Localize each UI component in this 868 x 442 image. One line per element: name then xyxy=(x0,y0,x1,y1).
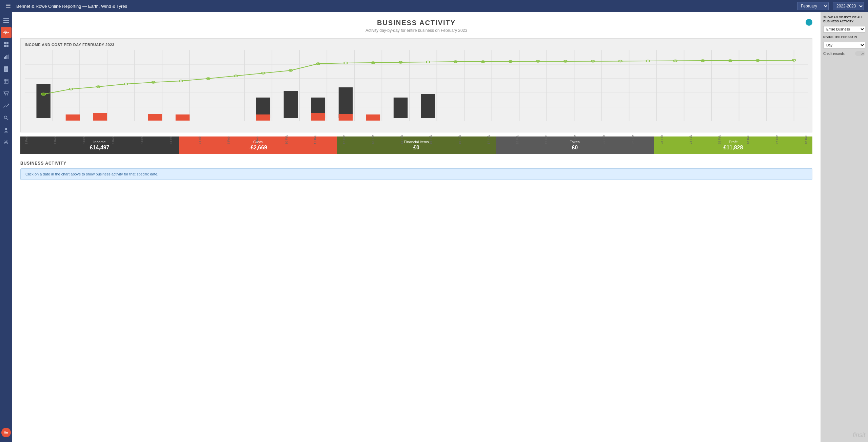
svg-rect-7 xyxy=(4,57,5,59)
sidebar-item-chart[interactable] xyxy=(1,51,12,62)
main-layout: fin i BUSINESS ACTIVITY Activity day-by-… xyxy=(0,12,868,442)
finsit-branding: finsit xyxy=(823,432,865,439)
svg-rect-15 xyxy=(4,79,8,83)
x-label-12feb: 12 Feb xyxy=(342,131,346,144)
x-label-26feb: 26 Feb xyxy=(747,131,750,144)
x-label-18feb: 18 Feb xyxy=(516,131,519,144)
sidebar-item-trend[interactable] xyxy=(1,100,12,111)
page-title: BUSINESS ACTIVITY xyxy=(20,19,812,27)
x-label-23feb: 23 Feb xyxy=(660,131,664,144)
svg-rect-63 xyxy=(394,98,408,118)
chart-svg xyxy=(25,50,808,128)
svg-line-22 xyxy=(7,119,8,120)
sidebar-item-user[interactable] xyxy=(1,125,12,135)
profit-value: £11,828 xyxy=(723,145,743,151)
x-label-2feb: 2 Feb xyxy=(54,131,57,144)
x-label-11feb: 11 Feb xyxy=(314,131,317,144)
svg-rect-69 xyxy=(256,114,270,121)
svg-rect-3 xyxy=(4,42,6,44)
main-content: i BUSINESS ACTIVITY Activity day-by-day … xyxy=(12,12,821,442)
x-label-7feb: 7 Feb xyxy=(198,131,201,144)
chart-container[interactable]: 1 Feb 2 Feb 3 Feb 4 Feb 5 Feb 6 Feb 7 Fe… xyxy=(25,50,808,128)
x-label-6feb: 6 Feb xyxy=(169,131,173,144)
x-label-4feb: 4 Feb xyxy=(112,131,115,144)
period-label: DIVIDE THE PERIOD IN xyxy=(823,35,865,39)
x-label-13feb: 13 Feb xyxy=(371,131,375,144)
x-label-27feb: 27 Feb xyxy=(775,131,779,144)
sidebar-item-cart[interactable] xyxy=(1,88,12,99)
svg-point-73 xyxy=(41,93,46,96)
svg-rect-5 xyxy=(4,45,6,47)
credit-records-row: Credit records Off xyxy=(823,51,865,56)
svg-rect-60 xyxy=(284,91,298,118)
business-activity-title: BUSINESS ACTIVITY xyxy=(20,161,812,166)
sidebar-item-search[interactable] xyxy=(1,112,12,123)
x-label-10feb: 10 Feb xyxy=(285,131,288,144)
x-label-16feb: 16 Feb xyxy=(458,131,461,144)
x-label-1feb: 1 Feb xyxy=(25,131,28,144)
svg-rect-68 xyxy=(176,114,190,121)
period-select[interactable]: Day Week Month xyxy=(823,42,865,48)
sidebar-item-menu[interactable] xyxy=(1,15,12,26)
svg-rect-14 xyxy=(5,70,6,70)
svg-rect-13 xyxy=(5,69,7,69)
svg-rect-8 xyxy=(5,56,6,59)
taxes-value: £0 xyxy=(572,145,578,151)
sidebar-item-table[interactable] xyxy=(1,76,12,87)
sidebar-item-report[interactable] xyxy=(1,64,12,75)
hamburger-button[interactable]: ☰ xyxy=(4,2,12,10)
sidebar-item-pulse[interactable] xyxy=(1,27,12,38)
svg-rect-1 xyxy=(3,20,9,21)
svg-rect-0 xyxy=(3,18,9,19)
sidebar-item-grid[interactable] xyxy=(1,39,12,50)
x-label-21feb: 21 Feb xyxy=(602,131,606,144)
svg-rect-9 xyxy=(6,55,7,59)
svg-rect-70 xyxy=(311,113,325,121)
svg-point-19 xyxy=(5,94,6,96)
svg-rect-67 xyxy=(148,114,162,121)
object-label: SHOW AN OBJECT OR ALL BUSINESS ACTIVITY xyxy=(823,16,865,23)
svg-point-24 xyxy=(5,142,7,143)
x-label-3feb: 3 Feb xyxy=(82,131,86,144)
svg-rect-64 xyxy=(421,94,435,118)
svg-rect-65 xyxy=(66,114,80,121)
svg-point-23 xyxy=(5,128,7,130)
svg-rect-72 xyxy=(366,114,380,121)
svg-point-21 xyxy=(4,116,7,119)
info-button[interactable]: i xyxy=(806,19,812,26)
ba-info-text: Click on a date in the chart above to sh… xyxy=(25,172,158,176)
x-label-24feb: 24 Feb xyxy=(689,131,692,144)
x-label-22feb: 22 Feb xyxy=(631,131,635,144)
svg-rect-10 xyxy=(8,55,8,59)
chart-title: INCOME AND COST PER DAY FEBRUARY 2023 xyxy=(25,43,808,47)
svg-rect-2 xyxy=(3,22,9,23)
x-label-8feb: 8 Feb xyxy=(227,131,230,144)
costs-value: -£2,669 xyxy=(249,145,267,151)
x-label-5feb: 5 Feb xyxy=(140,131,144,144)
x-label-28feb: 28 Feb xyxy=(805,131,808,144)
credit-records-toggle[interactable]: Off xyxy=(855,51,865,56)
svg-rect-66 xyxy=(93,113,107,121)
business-activity-info: Click on a date in the chart above to sh… xyxy=(20,168,812,180)
business-activity-section: BUSINESS ACTIVITY Click on a date in the… xyxy=(20,161,812,180)
svg-rect-71 xyxy=(339,114,353,121)
credit-records-label: Credit records xyxy=(823,52,845,56)
x-label-15feb: 15 Feb xyxy=(429,131,432,144)
object-select[interactable]: Entire Business xyxy=(823,26,865,33)
x-label-19feb: 19 Feb xyxy=(545,131,548,144)
financial-value: £0 xyxy=(413,145,419,151)
month-select[interactable]: January February March April May June Ju… xyxy=(797,2,829,10)
page-subtitle: Activity day-by-day for entire business … xyxy=(20,28,812,33)
toggle-off-label: Off xyxy=(861,52,864,55)
x-label-14feb: 14 Feb xyxy=(400,131,403,144)
x-label-20feb: 20 Feb xyxy=(573,131,577,144)
sidebar: fin xyxy=(0,12,12,442)
svg-rect-62 xyxy=(339,87,353,118)
sidebar-item-settings[interactable] xyxy=(1,137,12,148)
x-label-9feb: 9 Feb xyxy=(256,131,259,144)
x-label-17feb: 17 Feb xyxy=(487,131,490,144)
year-select[interactable]: 2020-2021 2021-2022 2022-2023 2023-2024 xyxy=(833,2,864,10)
svg-rect-58 xyxy=(36,84,50,118)
x-label-25feb: 25 Feb xyxy=(718,131,721,144)
svg-rect-6 xyxy=(6,45,8,47)
